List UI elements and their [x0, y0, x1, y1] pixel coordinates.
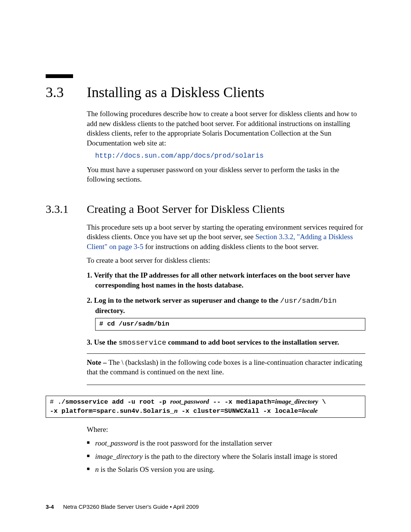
section-heading: 3.3 Installing as a Diskless Clients: [46, 84, 365, 101]
section-rule: [46, 74, 73, 78]
subsection-heading: 3.3.1 Creating a Boot Server for Diskles…: [46, 203, 365, 216]
step-1: 1. Verify that the IP addresses for all …: [87, 270, 365, 290]
procedure-steps: 1. Verify that the IP addresses for all …: [87, 270, 365, 348]
subsection-paragraph-1: This procedure sets up a boot server by …: [87, 222, 365, 252]
step-2-text-pre: Log in to the network server as superuse…: [94, 296, 280, 304]
subsection-title: Creating a Boot Server for Diskless Clie…: [87, 203, 285, 216]
subsection-number: 3.3.1: [46, 203, 87, 216]
step-3-text-pre: Use the: [94, 338, 118, 346]
where-label: Where:: [87, 425, 365, 435]
procedure-lead: To create a boot server for diskless cli…: [87, 256, 365, 265]
intro-paragraph-2: You must have a superuser password on yo…: [87, 165, 365, 184]
code-box-cd: # cd /usr/sadm/bin: [95, 318, 365, 331]
code2-var-rootpw: root_password: [170, 398, 209, 405]
code-command: cd /usr/sadm/bin: [107, 320, 169, 328]
where-2-var: image_directory: [95, 452, 143, 460]
note-text: The \ (backslash) in the following code …: [87, 358, 362, 376]
step-1-text: Verify that the IP addresses for all oth…: [94, 271, 350, 289]
intro-paragraph-1: The following procedures describe how to…: [87, 109, 365, 148]
page-number: 3-4: [46, 503, 54, 510]
code2-l1b: -- -x mediapath=: [209, 398, 275, 406]
step-3-text-post: command to add boot services to the inst…: [166, 338, 339, 346]
footer-text: Netra CP3260 Blade Server User's Guide •…: [63, 503, 199, 510]
where-3-var: n: [95, 465, 99, 473]
page-footer: 3-4Netra CP3260 Blade Server User's Guid…: [46, 503, 199, 510]
section-title: Installing as a Diskless Clients: [87, 84, 264, 101]
step-3-cmd: smosservice: [118, 339, 166, 347]
documentation-url-link[interactable]: http://docs.sun.com/app/docs/prod/solari…: [95, 152, 365, 160]
where-3-text: is the Solaris OS version you are using.: [99, 465, 215, 473]
code2-prompt: #: [50, 398, 57, 406]
document-page: 3.3 Installing as a Diskless Clients The…: [0, 0, 411, 532]
code2-var-locale: locale: [302, 407, 318, 414]
code2-l2b: -x cluster=SUNWCXall -x locale=: [178, 407, 302, 415]
code2-l1a: ./smosservice add -u root -p: [57, 398, 170, 406]
note-text-line: Note – The \ (backslash) in the followin…: [87, 358, 365, 377]
step-2-text-post: directory.: [95, 307, 125, 315]
note-label: Note –: [87, 358, 108, 366]
code2-var-n: n: [174, 407, 177, 414]
para1-post: for instructions on adding diskless clie…: [143, 243, 319, 251]
subsection-body: This procedure sets up a boot server by …: [87, 222, 365, 475]
where-1-var: root_password: [95, 439, 138, 447]
note-block: Note – The \ (backslash) in the followin…: [87, 353, 365, 385]
section-number: 3.3: [46, 84, 87, 101]
step-3: 3. Use the smosservice command to add bo…: [87, 337, 365, 348]
where-item-2: image_directory is the path to the direc…: [87, 451, 365, 462]
step-2-number: 2.: [87, 296, 92, 304]
step-3-number: 3.: [87, 338, 92, 346]
where-item-1: root_password is the root password for t…: [87, 438, 365, 449]
where-1-text: is the root password for the installatio…: [138, 439, 272, 447]
code2-l1c: \: [318, 398, 326, 406]
code-prompt: #: [99, 320, 107, 328]
where-2-text: is the path to the directory where the S…: [143, 452, 337, 460]
section-body: The following procedures describe how to…: [87, 109, 365, 184]
where-list: root_password is the root password for t…: [87, 438, 365, 475]
code2-var-imgdir: image_directory: [275, 398, 318, 405]
where-item-3: n is the Solaris OS version you are usin…: [87, 464, 365, 475]
code-box-smosservice: # ./smosservice add -u root -p root_pass…: [46, 396, 365, 418]
code2-l2a: -x platform=sparc.sun4v.Solaris_: [50, 407, 174, 415]
step-1-number: 1.: [87, 271, 92, 279]
step-2: 2. Log in to the network server as super…: [87, 296, 365, 331]
step-2-path: /usr/sadm/bin: [280, 297, 336, 305]
